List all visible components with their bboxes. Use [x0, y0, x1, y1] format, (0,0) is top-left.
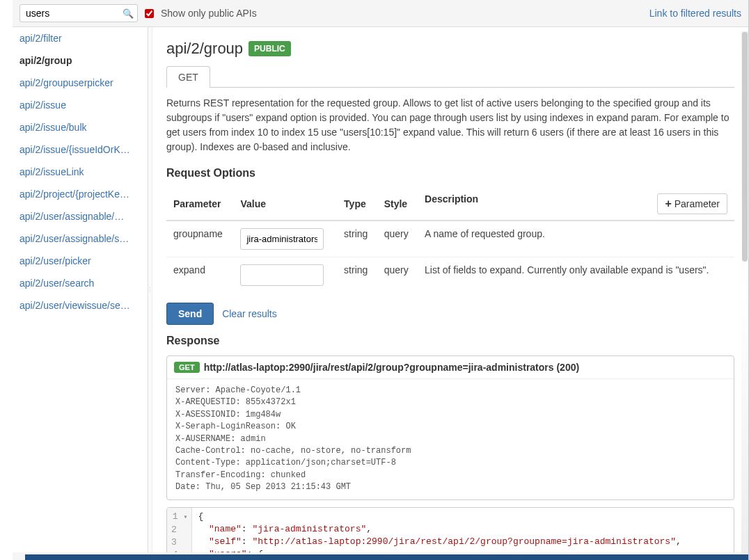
add-parameter-button[interactable]: + Parameter: [657, 193, 727, 214]
sidebar-item[interactable]: api/2/project/{projectKe…: [13, 183, 148, 205]
search-input[interactable]: [19, 4, 138, 22]
param-type: string: [337, 221, 377, 257]
public-badge: PUBLIC: [249, 41, 291, 56]
params-table: Parameter Value Type Style Description +…: [166, 188, 734, 293]
response-url-text: http://atlas-laptop:2990/jira/rest/api/2…: [204, 362, 580, 373]
table-row: groupnamestringqueryA name of requested …: [166, 221, 734, 257]
table-row: expandstringqueryList of fields to expan…: [166, 257, 734, 294]
th-style: Style: [377, 188, 418, 221]
response-headers: Server: Apache-Coyote/1.1 X-AREQUESTID: …: [167, 379, 734, 499]
json-body-box: 1 ▾ 2 3 4 ▾ 5 { "name": "jira-administra…: [166, 507, 734, 552]
param-type: string: [337, 257, 377, 294]
param-value-input[interactable]: [240, 264, 324, 286]
request-options-heading: Request Options: [166, 167, 734, 179]
topbar: 🔍 Show only public APIs Link to filtered…: [13, 0, 748, 27]
plus-icon: +: [665, 198, 671, 209]
line-gutter: 1 ▾ 2 3 4 ▾ 5: [167, 508, 192, 552]
param-style: query: [377, 257, 418, 294]
sidebar-item[interactable]: api/2/user/assignable/…: [13, 205, 148, 227]
scrollbar-thumb[interactable]: [742, 32, 748, 262]
param-name: expand: [166, 257, 233, 294]
sidebar: api/2/filterapi/2/groupapi/2/groupuserpi…: [13, 27, 148, 552]
sidebar-item[interactable]: api/2/user/picker: [13, 250, 148, 272]
sidebar-item[interactable]: api/2/group: [13, 49, 148, 72]
param-desc: A name of requested group.: [418, 221, 734, 257]
sidebar-item[interactable]: api/2/issue: [13, 94, 148, 116]
api-path: api/2/group: [166, 40, 243, 58]
param-value-input[interactable]: [240, 228, 324, 250]
param-style: query: [377, 221, 418, 257]
th-parameter: Parameter: [166, 188, 233, 221]
link-filtered-results[interactable]: Link to filtered results: [649, 8, 741, 19]
method-tabs: GET: [166, 66, 734, 88]
th-description: Description + Parameter: [418, 188, 734, 221]
clear-results-link[interactable]: Clear results: [222, 308, 277, 319]
sidebar-item[interactable]: api/2/issue/{issueIdOrK…: [13, 138, 148, 161]
api-description: Returns REST representation for the requ…: [166, 96, 734, 154]
content-pane: api/2/group PUBLIC GET Returns REST repr…: [152, 27, 748, 552]
response-heading: Response: [166, 335, 734, 347]
send-button[interactable]: Send: [166, 303, 214, 325]
show-public-label: Show only public APIs: [161, 8, 257, 19]
show-public-checkbox[interactable]: [145, 9, 154, 18]
sidebar-item[interactable]: api/2/issue/bulk: [13, 116, 148, 138]
footer-bar: [25, 554, 748, 560]
param-desc: List of fields to expand. Currently only…: [418, 257, 734, 294]
sidebar-item[interactable]: api/2/user/search: [13, 272, 148, 294]
json-code: { "name": "jira-administrators", "self":…: [192, 508, 686, 552]
th-type: Type: [337, 188, 377, 221]
method-badge: GET: [174, 362, 200, 373]
sidebar-item[interactable]: api/2/user/assignable/s…: [13, 227, 148, 250]
param-name: groupname: [166, 221, 233, 257]
th-value: Value: [233, 188, 337, 221]
sidebar-item[interactable]: api/2/groupuserpicker: [13, 72, 148, 94]
tab-get[interactable]: GET: [166, 66, 210, 88]
response-url-line: GET http://atlas-laptop:2990/jira/rest/a…: [167, 356, 734, 379]
api-title: api/2/group PUBLIC: [166, 40, 734, 58]
sidebar-item[interactable]: api/2/user/viewissue/se…: [13, 294, 148, 317]
sidebar-item[interactable]: api/2/filter: [13, 27, 148, 49]
response-box: GET http://atlas-laptop:2990/jira/rest/a…: [166, 355, 734, 500]
sidebar-item[interactable]: api/2/issueLink: [13, 161, 148, 183]
